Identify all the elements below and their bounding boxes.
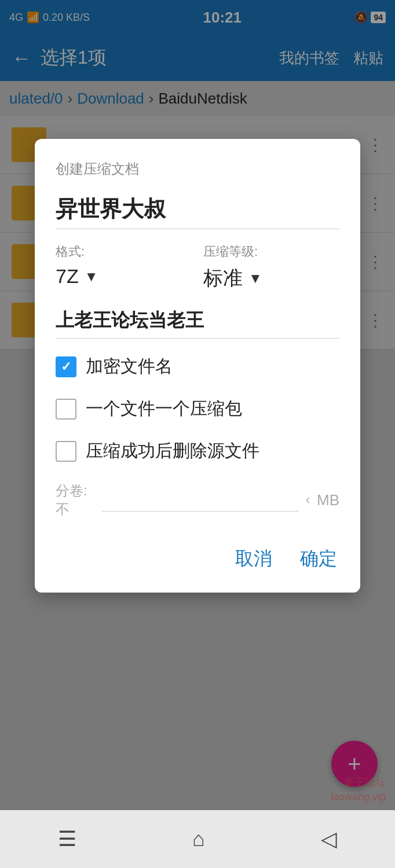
format-select[interactable]: 7Z ▼	[56, 265, 192, 288]
format-label: 格式:	[56, 243, 192, 260]
confirm-button[interactable]: 确定	[298, 542, 339, 576]
delete-source-label: 压缩成功后删除源文件	[86, 439, 259, 463]
split-arrow[interactable]: ‹	[306, 492, 310, 507]
home-icon[interactable]: ⌂	[192, 827, 205, 851]
split-volume-row: 分卷: 不 ‹ MB	[56, 481, 339, 518]
format-level-row: 格式: 7Z ▼ 压缩等级: 标准 ▼	[56, 243, 339, 292]
one-file-checkbox[interactable]	[56, 399, 76, 420]
format-field: 格式: 7Z ▼	[56, 243, 192, 292]
split-label: 分卷: 不	[56, 481, 94, 518]
password-field[interactable]: 上老王论坛当老王	[56, 303, 339, 333]
password-divider	[56, 338, 339, 339]
dialog-title: 创建压缩文档	[56, 160, 339, 178]
bottom-nav: ☰ ⌂ ◁	[0, 810, 395, 868]
menu-icon[interactable]: ☰	[58, 827, 76, 851]
encrypt-filename-checkbox[interactable]	[56, 356, 76, 377]
back-icon[interactable]: ◁	[321, 827, 337, 851]
archive-filename[interactable]: 异世界大叔	[56, 194, 339, 224]
filename-divider	[56, 229, 339, 229]
encrypt-filename-row: 加密文件名	[56, 355, 339, 378]
level-label: 压缩等级:	[203, 243, 339, 260]
create-archive-dialog: 创建压缩文档 异世界大叔 格式: 7Z ▼ 压缩等级: 标准 ▼ 上老王论坛当老…	[35, 139, 360, 593]
dialog-buttons: 取消 确定	[56, 542, 339, 576]
level-select[interactable]: 标准 ▼	[203, 265, 339, 292]
split-unit: MB	[317, 491, 339, 509]
one-file-row: 一个文件一个压缩包	[56, 397, 339, 421]
cancel-button[interactable]: 取消	[233, 542, 275, 576]
split-input[interactable]	[101, 488, 299, 512]
level-dropdown-arrow: ▼	[248, 270, 262, 286]
level-field: 压缩等级: 标准 ▼	[203, 243, 339, 292]
format-dropdown-arrow: ▼	[85, 269, 98, 285]
delete-source-checkbox[interactable]	[56, 441, 76, 462]
one-file-label: 一个文件一个压缩包	[86, 397, 242, 421]
level-value: 标准	[203, 265, 243, 292]
delete-source-row: 压缩成功后删除源文件	[56, 439, 339, 463]
format-value: 7Z	[56, 265, 79, 288]
encrypt-filename-label: 加密文件名	[86, 355, 173, 378]
